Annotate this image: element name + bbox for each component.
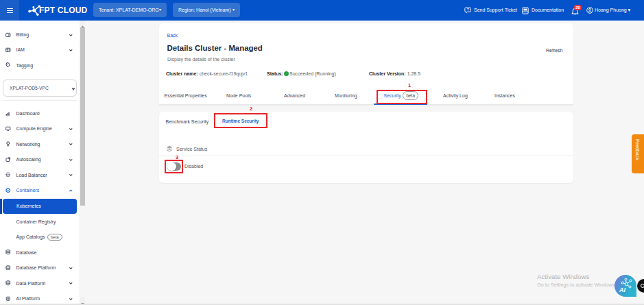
svg-text:?: ? xyxy=(467,8,469,12)
svg-text:AI: AI xyxy=(619,286,625,293)
